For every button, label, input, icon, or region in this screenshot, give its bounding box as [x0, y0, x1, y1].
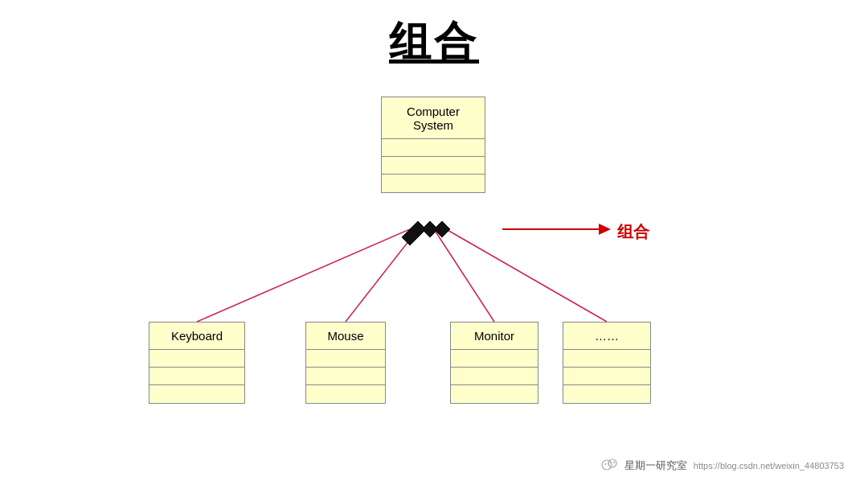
page-title: 组合 [0, 0, 868, 71]
mouse-attr-1 [306, 350, 385, 368]
computer-attr-1 [382, 139, 485, 157]
ellipsis-name: …… [563, 323, 650, 350]
svg-point-12 [604, 463, 606, 465]
brand-name: 星期一研究室 [624, 458, 687, 473]
monitor-attr-1 [451, 350, 538, 368]
svg-marker-7 [434, 221, 450, 237]
svg-line-1 [346, 229, 418, 322]
mouse-name: Mouse [306, 323, 385, 350]
computer-attr-2 [382, 157, 485, 175]
mouse-attr-2 [306, 368, 385, 385]
svg-line-0 [197, 229, 410, 322]
monitor-methods [451, 385, 538, 403]
brand-logo-icon [600, 457, 618, 475]
computer-system-name: Computer System [382, 97, 485, 139]
svg-point-15 [613, 462, 615, 463]
monitor-name: Monitor [451, 323, 538, 350]
svg-marker-9 [599, 224, 611, 235]
ellipsis-box: …… [563, 322, 651, 404]
keyboard-name: Keyboard [149, 323, 244, 350]
ellipsis-methods [563, 385, 650, 403]
ellipsis-attr-2 [563, 368, 650, 385]
mouse-methods [306, 385, 385, 403]
svg-point-10 [602, 460, 612, 470]
svg-line-3 [446, 229, 607, 322]
footer-url: https://blog.csdn.net/weixin_44803753 [694, 461, 844, 471]
svg-marker-6 [422, 221, 438, 237]
diagram-area: Computer System Keyboard Mouse Monitor …… [0, 72, 868, 466]
monitor-attr-2 [451, 368, 538, 385]
monitor-box: Monitor [450, 322, 538, 404]
svg-point-14 [610, 462, 612, 463]
svg-point-11 [608, 459, 616, 467]
svg-marker-5 [410, 221, 426, 237]
computer-methods [382, 175, 485, 192]
ellipsis-attr-1 [563, 350, 650, 368]
keyboard-attr-2 [149, 368, 244, 385]
svg-marker-4 [402, 229, 418, 245]
computer-system-box: Computer System [381, 97, 485, 193]
keyboard-methods [149, 385, 244, 403]
keyboard-attr-1 [149, 350, 244, 368]
svg-line-2 [434, 229, 494, 322]
annotation-label: 组合 [617, 221, 649, 243]
footer: 星期一研究室 https://blog.csdn.net/weixin_4480… [600, 457, 844, 475]
keyboard-box: Keyboard [149, 322, 245, 404]
svg-point-13 [608, 463, 609, 465]
mouse-box: Mouse [305, 322, 386, 404]
